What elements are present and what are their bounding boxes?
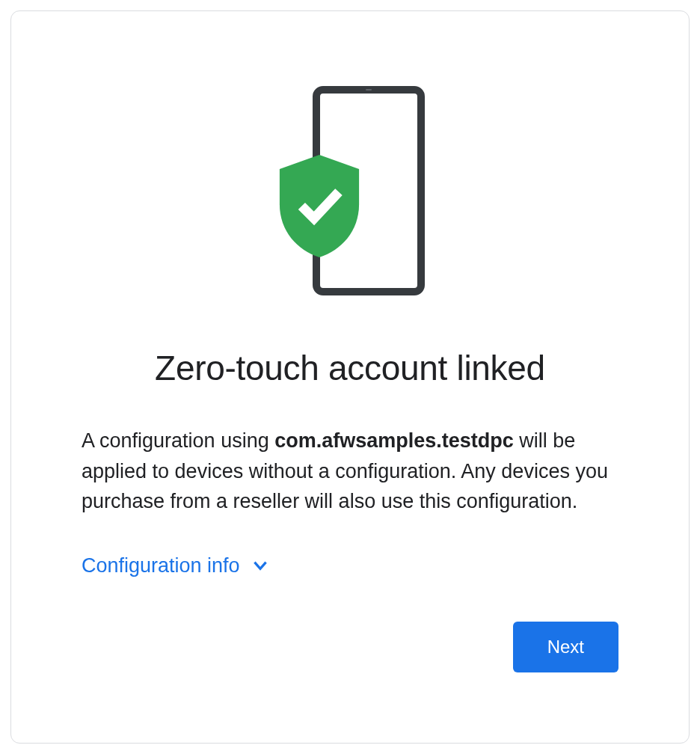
shield-check-icon — [275, 152, 363, 260]
expander-label: Configuration info — [82, 554, 240, 577]
desc-prefix: A configuration using — [82, 429, 274, 452]
dialog-description: A configuration using com.afwsamples.tes… — [82, 426, 618, 517]
chevron-down-icon — [251, 556, 270, 575]
desc-package: com.afwsamples.testdpc — [274, 429, 514, 452]
hero-illustration — [275, 86, 425, 303]
dialog-title: Zero-touch account linked — [41, 348, 659, 388]
button-row: Next — [513, 622, 618, 672]
next-button[interactable]: Next — [513, 622, 618, 672]
configuration-info-expander[interactable]: Configuration info — [82, 554, 270, 577]
dialog-card: Zero-touch account linked A configuratio… — [10, 10, 690, 744]
